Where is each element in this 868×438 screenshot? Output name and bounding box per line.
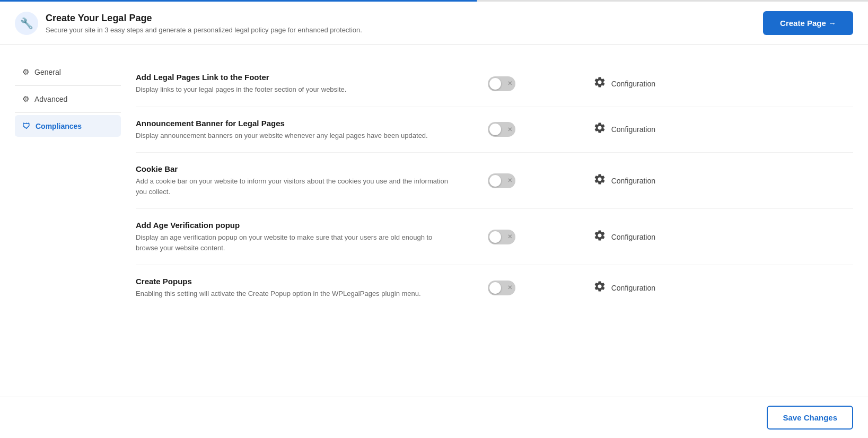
config-gear-icon-age-verification [593, 229, 606, 245]
footer-bar: Save Changes [0, 397, 868, 438]
gear-icon: ⚙ [22, 67, 29, 77]
setting-desc-create-popups: Enabling this setting will activate the … [136, 288, 454, 299]
sidebar-item-label-compliances: Compliances [36, 122, 82, 130]
toggle-thumb-age-verification [489, 231, 501, 243]
setting-title-cookie-bar: Cookie Bar [136, 164, 454, 173]
shield-icon: 🛡 [22, 121, 30, 130]
setting-config-area-create-popups: Configuration [549, 280, 655, 296]
body-layout: ⚙ General ⚙ Advanced 🛡 Compliances Add L… [0, 45, 868, 397]
toggle-thumb-cookie-bar [489, 175, 501, 187]
config-label-announcement-banner[interactable]: Configuration [611, 125, 655, 134]
sidebar-item-compliances[interactable]: 🛡 Compliances [15, 115, 121, 137]
setting-desc-age-verification: Display an age verification popup on you… [136, 232, 454, 253]
save-changes-button[interactable]: Save Changes [767, 406, 853, 430]
toggle-announcement-banner[interactable]: ✕ [488, 122, 515, 137]
setting-info-age-verification: Add Age Verification popup Display an ag… [136, 221, 454, 253]
sidebar-divider [15, 85, 121, 86]
sidebar-divider-2 [15, 112, 121, 113]
setting-toggle-area-cookie-bar: ✕ [454, 173, 549, 188]
setting-row-footer-link: Add Legal Pages Link to the Footer Displ… [136, 61, 853, 107]
setting-toggle-area-announcement-banner: ✕ [454, 122, 549, 137]
toggle-x-icon-announcement-banner: ✕ [507, 127, 512, 133]
toggle-x-icon-footer-link: ✕ [507, 81, 512, 86]
page-wrapper: 🔧 Create Your Legal Page Secure your sit… [0, 0, 868, 438]
sidebar-item-label-advanced: Advanced [34, 95, 67, 103]
progress-bar [0, 0, 868, 2]
toggle-x-icon-cookie-bar: ✕ [507, 178, 512, 183]
page-subtitle: Secure your site in 3 easy steps and gen… [46, 26, 362, 34]
setting-title-create-popups: Create Popups [136, 277, 454, 286]
toggle-cookie-bar[interactable]: ✕ [488, 173, 515, 188]
setting-info-footer-link: Add Legal Pages Link to the Footer Displ… [136, 73, 454, 95]
setting-config-area-announcement-banner: Configuration [549, 121, 655, 137]
setting-row-create-popups: Create Popups Enabling this setting will… [136, 265, 853, 311]
toggle-footer-link[interactable]: ✕ [488, 76, 515, 91]
toggle-create-popups[interactable]: ✕ [488, 281, 515, 295]
setting-info-create-popups: Create Popups Enabling this setting will… [136, 277, 454, 299]
toggle-x-icon-age-verification: ✕ [507, 234, 512, 240]
sidebar-item-label-general: General [34, 68, 61, 76]
config-gear-icon-create-popups [593, 280, 606, 296]
header-text: Create Your Legal Page Secure your site … [46, 12, 362, 33]
setting-row-cookie-bar: Cookie Bar Add a cookie bar on your webs… [136, 153, 853, 209]
config-label-age-verification[interactable]: Configuration [611, 233, 655, 241]
setting-title-announcement-banner: Announcement Banner for Legal Pages [136, 119, 454, 128]
setting-desc-cookie-bar: Add a cookie bar on your website to info… [136, 176, 454, 197]
setting-desc-footer-link: Display links to your legal pages in the… [136, 84, 454, 95]
config-gear-icon-cookie-bar [593, 173, 606, 189]
config-gear-icon-footer-link [593, 76, 606, 92]
setting-info-announcement-banner: Announcement Banner for Legal Pages Disp… [136, 119, 454, 141]
setting-desc-announcement-banner: Display announcement banners on your web… [136, 130, 454, 141]
wrench-icon: 🔧 [15, 12, 38, 35]
toggle-thumb-footer-link [489, 78, 501, 90]
create-page-button[interactable]: Create Page → [763, 11, 853, 35]
setting-title-age-verification: Add Age Verification popup [136, 221, 454, 230]
config-label-cookie-bar[interactable]: Configuration [611, 177, 655, 185]
setting-toggle-area-age-verification: ✕ [454, 230, 549, 244]
setting-config-area-age-verification: Configuration [549, 229, 655, 245]
setting-title-footer-link: Add Legal Pages Link to the Footer [136, 73, 454, 82]
setting-row-age-verification: Add Age Verification popup Display an ag… [136, 209, 853, 265]
toggle-thumb-create-popups [489, 282, 501, 294]
config-gear-icon-announcement-banner [593, 121, 606, 137]
setting-toggle-area-footer-link: ✕ [454, 76, 549, 91]
setting-row-announcement-banner: Announcement Banner for Legal Pages Disp… [136, 107, 853, 153]
toggle-age-verification[interactable]: ✕ [488, 230, 515, 244]
header: 🔧 Create Your Legal Page Secure your sit… [0, 2, 868, 45]
config-label-create-popups[interactable]: Configuration [611, 284, 655, 292]
setting-toggle-area-create-popups: ✕ [454, 281, 549, 295]
sliders-icon: ⚙ [22, 94, 29, 104]
sidebar-item-general[interactable]: ⚙ General [15, 61, 121, 83]
header-left: 🔧 Create Your Legal Page Secure your sit… [15, 12, 362, 35]
config-label-footer-link[interactable]: Configuration [611, 80, 655, 88]
sidebar: ⚙ General ⚙ Advanced 🛡 Compliances [15, 61, 121, 381]
setting-config-area-footer-link: Configuration [549, 76, 655, 92]
sidebar-item-advanced[interactable]: ⚙ Advanced [15, 88, 121, 110]
main-content: Add Legal Pages Link to the Footer Displ… [136, 61, 853, 381]
page-title: Create Your Legal Page [46, 12, 362, 24]
setting-config-area-cookie-bar: Configuration [549, 173, 655, 189]
setting-info-cookie-bar: Cookie Bar Add a cookie bar on your webs… [136, 164, 454, 197]
toggle-x-icon-create-popups: ✕ [507, 285, 512, 291]
